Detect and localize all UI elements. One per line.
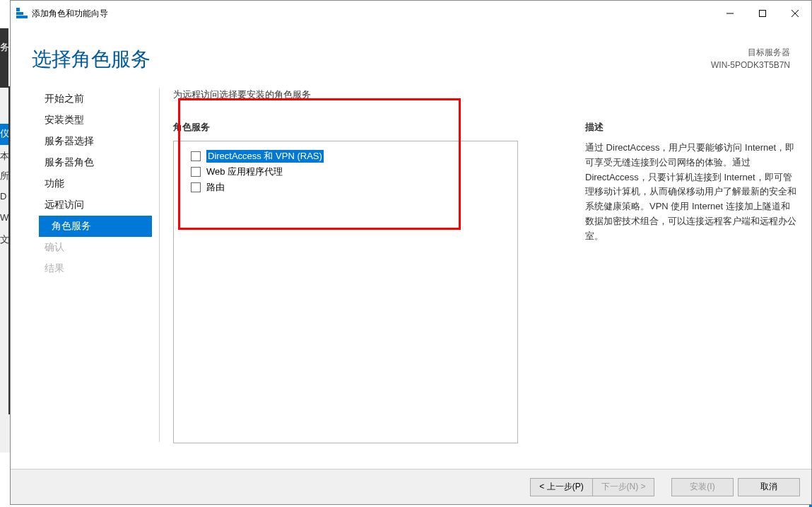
checkbox-icon[interactable] [191, 182, 201, 192]
target-server-info: 目标服务器 WIN-5PODK3T5B7N [711, 46, 790, 71]
obscured-text: 本 [0, 150, 9, 163]
obscured-text: D [0, 191, 6, 202]
role-label: DirectAccess 和 VPN (RAS) [206, 150, 324, 163]
obscured-text: 所 [0, 170, 9, 182]
nav-item-results: 结果 [42, 258, 159, 279]
content-area: 为远程访问选择要安装的角色服务 角色服务 DirectAccess 和 VPN … [159, 83, 811, 452]
role-label: 路由 [206, 181, 225, 194]
obscured-background: 务 仪 本 所 D W 文 [0, 28, 10, 453]
role-label: Web 应用程序代理 [206, 165, 283, 178]
next-button: 下一步(N) > [592, 478, 654, 496]
button-bar: < 上一步(P) 下一步(N) > 安装(I) 取消 [11, 469, 811, 504]
role-services-list: DirectAccess 和 VPN (RAS) Web 应用程序代理 路由 [173, 141, 518, 443]
obscured-text: 务 [0, 41, 9, 54]
nav-item-server-roles[interactable]: 服务器角色 [42, 152, 159, 173]
nav-sidebar: 开始之前 安装类型 服务器选择 服务器角色 功能 远程访问 角色服务 确认 结果 [11, 83, 159, 452]
role-web-app-proxy[interactable]: Web 应用程序代理 [191, 164, 500, 180]
cancel-button[interactable]: 取消 [738, 478, 800, 496]
checkbox-icon[interactable] [191, 151, 201, 161]
nav-item-role-services[interactable]: 角色服务 [39, 216, 152, 237]
nav-item-confirm: 确认 [42, 237, 159, 258]
wizard-window: 添加角色和功能向导 选择角色服务 目标服务器 WIN-5PODK3T5B7N 开… [10, 0, 812, 505]
target-label: 目标服务器 [711, 46, 790, 59]
header: 选择角色服务 目标服务器 WIN-5PODK3T5B7N [11, 26, 811, 83]
window-title: 添加角色和功能向导 [32, 8, 108, 20]
page-title: 选择角色服务 [32, 46, 151, 73]
nav-item-remote-access[interactable]: 远程访问 [42, 194, 159, 216]
install-button: 安装(I) [671, 478, 734, 496]
nav-item-server-select[interactable]: 服务器选择 [42, 131, 159, 152]
role-routing[interactable]: 路由 [191, 180, 500, 195]
nav-item-install-type[interactable]: 安装类型 [42, 110, 159, 131]
obscured-text: 仪 [0, 127, 9, 140]
nav-item-features[interactable]: 功能 [42, 173, 159, 194]
app-icon [16, 8, 28, 19]
titlebar: 添加角色和功能向导 [11, 1, 811, 26]
instruction-text: 为远程访问选择要安装的角色服务 [173, 88, 797, 101]
maximize-button[interactable] [746, 3, 779, 24]
obscured-text: W [0, 212, 8, 223]
nav-item-before[interactable]: 开始之前 [42, 88, 159, 110]
previous-button[interactable]: < 上一步(P) [530, 478, 592, 496]
svg-rect-1 [760, 11, 766, 17]
obscured-text: 文 [0, 233, 9, 246]
divider [159, 88, 160, 442]
description-label: 描述 [585, 121, 797, 134]
checkbox-icon[interactable] [191, 167, 201, 177]
close-button[interactable] [779, 3, 811, 24]
target-name: WIN-5PODK3T5B7N [711, 59, 790, 71]
role-directaccess-vpn[interactable]: DirectAccess 和 VPN (RAS) [191, 148, 500, 164]
minimize-button[interactable] [714, 3, 746, 24]
description-text: 通过 DirectAccess，用户只要能够访问 Internet，即可享受无缝… [585, 141, 797, 244]
roles-section-label: 角色服务 [173, 121, 564, 134]
